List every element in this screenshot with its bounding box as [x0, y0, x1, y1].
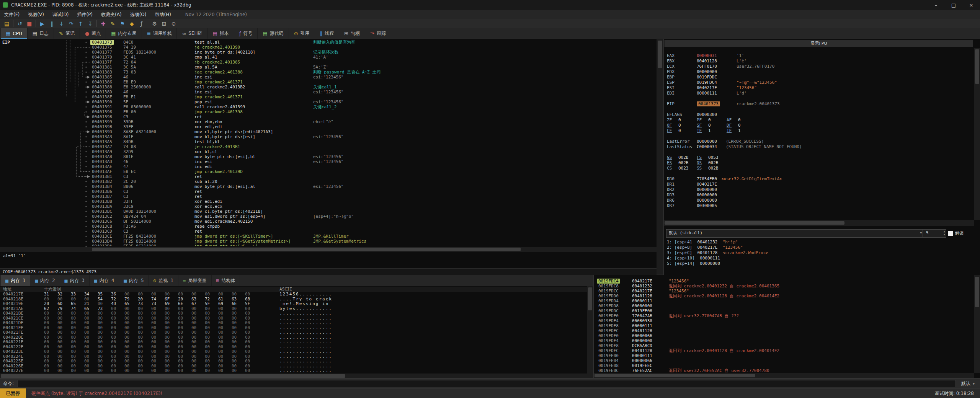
disasm-row[interactable]: 004013C28B7424 04mov esi,dword ptr ss:[e… [0, 214, 657, 219]
register-line[interactable]: DR200000000 [664, 187, 974, 192]
bookmark-icon[interactable]: ◆ [127, 20, 137, 28]
disasm-row[interactable]: 0040139D8A8F A3214000mov cl,byte ptr ds:… [0, 129, 657, 134]
dump-row[interactable]: 004021FE00000000000000000000000000000000… [0, 330, 587, 335]
stack-row[interactable]: 0019FDF8DCBAABCD [594, 343, 974, 348]
register-line[interactable]: EDX00000000 [664, 69, 974, 74]
tab-结构体[interactable]: ⊞结构体 [212, 275, 240, 286]
function-icon[interactable]: ƒ [137, 20, 146, 28]
register-line[interactable]: DR600000000 [664, 198, 974, 203]
tab-句柄[interactable]: ⊞句柄 [339, 28, 365, 39]
register-line[interactable]: EDI00000111L'd' [664, 91, 974, 96]
dump-row[interactable]: 0040219E206D6521004D657373696E675F696E5F… [0, 302, 587, 307]
disasm-row[interactable]: 004013AFEB ECjmp crackme2.40139D [0, 169, 657, 174]
scrollbar-thumb[interactable] [1, 374, 345, 378]
disasm-row[interactable]: 004013B7C3ret [0, 194, 657, 199]
argument-count-stepper[interactable]: 5▲▼ [923, 229, 946, 238]
scrollbar-thumb[interactable] [92, 248, 521, 251]
menu-item[interactable]: 插件(P) [73, 10, 97, 19]
disasm-row[interactable]: 0040139933DBxor ebx,ebxebx:L"è" [0, 119, 657, 124]
tab-局部变量[interactable]: ≡局部变量 [178, 275, 212, 286]
settings-icon[interactable]: ⚙ [150, 20, 159, 28]
calculator-icon[interactable]: ⊞ [159, 20, 169, 28]
tab-内存布局[interactable]: ▦内存布局 [106, 28, 142, 39]
argument-row[interactable]: 3: [esp+C] 00401128 <crackme2.WndProc> [667, 250, 768, 255]
menu-item[interactable]: 选项(O) [126, 10, 151, 19]
stack-row[interactable]: 0019FDD400000111 [594, 298, 974, 303]
close-button[interactable]: × [962, 0, 980, 10]
disasm-vertical-scrollbar[interactable] [657, 39, 663, 274]
step-out-icon[interactable]: ↑ [76, 20, 85, 28]
disasm-row[interactable]: 004013B48806mov byte ptr ds:[esi],alesi:… [0, 184, 657, 189]
disasm-row[interactable]: 0040137574 19je crackme2.401390 [0, 45, 657, 50]
menu-item[interactable]: 调试(D) [48, 10, 73, 19]
stack-row[interactable]: 0019FDE800000111 [594, 323, 974, 328]
disasm-row[interactable]: 004013DAFF25 8C314000jmp dword ptr ds:[<… [0, 244, 657, 246]
disasm-row[interactable]: 004013905Epop esiesi:"123456" [0, 100, 657, 104]
disasm-row[interactable]: 00401396EB 00jmp crackme2.401398 [0, 109, 657, 114]
register-line[interactable]: ESP0019FDC4"~!@"==&"123456" [664, 80, 974, 85]
register-line[interactable]: DR300000000 [664, 192, 974, 197]
tab-SEH链[interactable]: ∞SEH链 [177, 28, 207, 39]
stack-row[interactable]: 0019FDE0770047AB返回到 user32.770047AB 自 ??… [594, 313, 974, 318]
tab-内存 5[interactable]: ▦内存 5 [119, 275, 149, 286]
stack-row[interactable]: 0019FDD000401128返回到 crackme2.00401128 自 … [594, 294, 974, 298]
registers-vertical-scrollbar[interactable] [974, 48, 980, 220]
step-into-icon[interactable]: ↓ [57, 20, 66, 28]
stack-row[interactable]: 0019FDEC00401128 [594, 328, 974, 333]
disasm-horizontal-scrollbar[interactable] [0, 247, 657, 252]
stop-icon[interactable]: ■ [24, 20, 34, 28]
disasm-row[interactable]: 0040138EEB E1jmp crackme2.401371 [0, 95, 657, 100]
dump-row[interactable]: 004021BE00000000000000000000000000000000… [0, 311, 587, 316]
stack-row[interactable]: 0019FDF000000066 [594, 333, 974, 338]
disasm-row[interactable]: 004013A584DBtest bl,bl [0, 139, 657, 144]
disasm-row[interactable]: 004013C6BF 50214000mov edi,crackme2.4021… [0, 219, 657, 224]
stack-row[interactable]: 0019FDD800000000 [594, 303, 974, 308]
register-line[interactable]: EIP00401373crackme2.00401373 [664, 101, 974, 106]
tab-断点[interactable]: ●断点 [80, 28, 106, 39]
tab-引用[interactable]: ⊙引用 [289, 28, 315, 39]
tab-源代码[interactable]: ▤源代码 [258, 28, 289, 39]
tab-脚本[interactable]: ▤脚本 [208, 28, 234, 39]
disasm-row[interactable]: 004013A932D9xor bl,cl [0, 149, 657, 154]
stack-row[interactable]: 0019FE0C76FE52AC返回到 user32.76FE52AC 自 us… [594, 368, 974, 373]
argument-row[interactable]: 4: [esp+10] 00000111 [667, 256, 720, 261]
checkbox-icon[interactable] [948, 231, 953, 236]
restart-icon[interactable]: ↺ [15, 20, 24, 28]
register-line[interactable]: EFLAGS00000300 [664, 112, 974, 117]
dump-row[interactable]: 0040227E00000000000000000000000000000000… [0, 369, 587, 374]
scrollbar-thumb[interactable] [658, 41, 662, 68]
register-line[interactable]: ECX76FF0170user32.76FF0170 [664, 64, 974, 69]
tab-调用堆栈[interactable]: ≡调用堆栈 [142, 28, 177, 39]
unlock-checkbox[interactable]: 解锁 [948, 230, 964, 236]
patch-icon[interactable]: ✚ [98, 20, 108, 28]
search-icon[interactable]: ⊙ [169, 20, 178, 28]
dump-row[interactable]: 0040217E31323334353600000000000000000000… [0, 292, 587, 297]
disasm-row[interactable]: 004013CEFF25 84314000jmp dword ptr ds:[<… [0, 234, 657, 239]
stack-horizontal-scrollbar[interactable] [594, 373, 974, 378]
disasm-row[interactable]: 004013A38A1Emov bl,byte ptr ds:[esi]esi:… [0, 134, 657, 139]
minimize-button[interactable]: – [927, 0, 945, 10]
argument-row[interactable]: 1: [esp+4] 00401232 "h~!@" [667, 240, 738, 245]
menu-item[interactable]: 视图(V) [24, 10, 48, 19]
disasm-row[interactable]: 00401398C3ret [0, 114, 657, 119]
scrollbar-thumb[interactable] [975, 49, 979, 84]
disasm-row[interactable]: 004013CBF3:A6repe cmpsb [0, 224, 657, 229]
stack-row[interactable]: 0019FDCC0040217E"123456" [594, 289, 974, 294]
stack-row[interactable]: 0019FDC40040217E"123456" [594, 279, 974, 284]
stepper-arrows-icon[interactable]: ▲▼ [944, 230, 945, 236]
stack-vertical-scrollbar[interactable] [974, 275, 980, 373]
register-line[interactable]: DR10040217E [664, 182, 974, 187]
command-input[interactable] [18, 380, 956, 387]
stack-row[interactable]: 0019FE0400000066 [594, 358, 974, 363]
dump-row[interactable]: 0040223E00000000000000000000000000000000… [0, 349, 587, 354]
disasm-row[interactable]: 00401386EB E9jmp crackme2.401371 [0, 80, 657, 85]
menu-item[interactable]: 收藏夹(A) [97, 10, 126, 19]
register-line[interactable]: ES002BDS002B [664, 160, 974, 165]
disasm-row[interactable]: 004013813C 5Acmp al,5A5A:'Z' [0, 65, 657, 70]
register-line[interactable]: GS002BFS0053 [664, 155, 974, 160]
register-line[interactable]: DR077054EB0<user32.GetDlgItemTextA> [664, 176, 974, 181]
disasm-row[interactable]: 00401377FE05 18214000inc byte ptr ds:[40… [0, 50, 657, 55]
disasm-row[interactable]: 004013B833FFxor edi,edi [0, 199, 657, 204]
dump-row[interactable]: 0040225E00000000000000000000000000000000… [0, 359, 587, 364]
scrollbar-thumb[interactable] [588, 287, 592, 310]
